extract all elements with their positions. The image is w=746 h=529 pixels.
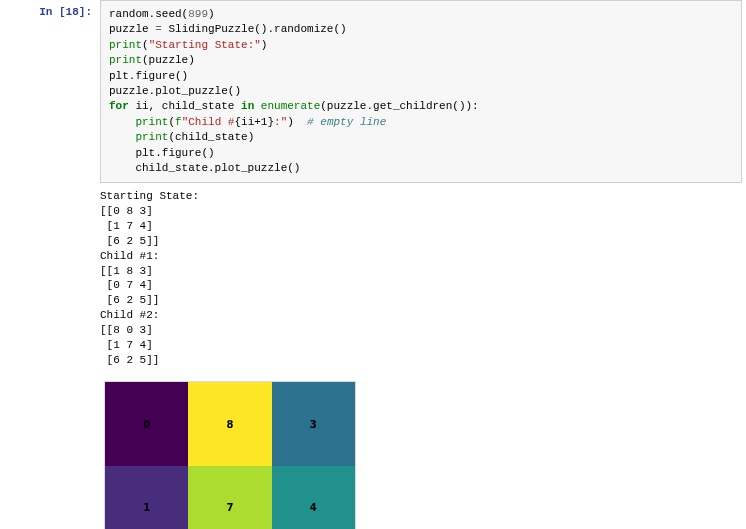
code-token: (: [142, 39, 149, 51]
stdout-output: Starting State: [[0 8 3] [1 7 4] [6 2 5]…: [100, 183, 746, 371]
code-token: ): [261, 39, 268, 51]
code-line: plt.figure(): [109, 146, 733, 161]
in-prompt: In [18]:: [30, 0, 100, 24]
indent: [109, 116, 135, 128]
code-token: =: [155, 23, 162, 35]
code-token: [254, 100, 261, 112]
plot-cell-5: 4: [272, 466, 355, 529]
indent: [109, 162, 135, 174]
code-token: ): [287, 116, 307, 128]
code-token: "Child #: [182, 116, 235, 128]
code-token: :": [274, 116, 287, 128]
code-token: plt.figure(): [109, 70, 188, 82]
plot-cell-1: 8: [188, 382, 271, 465]
indent: [109, 131, 135, 143]
code-token: "Starting State:": [149, 39, 261, 51]
code-token: 899: [188, 8, 208, 20]
code-line: puzzle = SlidingPuzzle().randomize(): [109, 22, 733, 37]
matplotlib-output: 0 8 3 1 7 4 6 2 5: [104, 381, 746, 529]
plot-cell-4: 7: [188, 466, 271, 529]
code-token: child_state.plot_puzzle(): [135, 162, 300, 174]
code-token: {ii+1}: [234, 116, 274, 128]
code-token: ii, child_state: [129, 100, 241, 112]
indent: [109, 147, 135, 159]
code-line: plt.figure(): [109, 69, 733, 84]
code-token: (child_state): [168, 131, 254, 143]
code-token: print: [135, 116, 168, 128]
code-token: f: [175, 116, 182, 128]
code-token: for: [109, 100, 129, 112]
code-token: # empty line: [307, 116, 386, 128]
code-line: random.seed(899): [109, 7, 733, 22]
code-line: print(f"Child #{ii+1}:") # empty line: [109, 115, 733, 130]
code-token: print: [109, 39, 142, 51]
code-token: ): [208, 8, 215, 20]
code-token: random: [109, 8, 149, 20]
code-token: (puzzle): [142, 54, 195, 66]
code-token: puzzle.plot_puzzle(): [109, 85, 241, 97]
code-token: .seed(: [149, 8, 189, 20]
code-cell: In [18]: random.seed(899) puzzle = Slidi…: [30, 0, 746, 183]
plot-cell-2: 3: [272, 382, 355, 465]
plot-cell-3: 1: [105, 466, 188, 529]
code-input-area[interactable]: random.seed(899) puzzle = SlidingPuzzle(…: [100, 0, 742, 183]
code-token: print: [109, 54, 142, 66]
code-line: print("Starting State:"): [109, 38, 733, 53]
code-token: print: [135, 131, 168, 143]
code-token: plt.figure(): [135, 147, 214, 159]
code-token: (puzzle.get_children()):: [320, 100, 478, 112]
code-token: enumerate: [261, 100, 320, 112]
puzzle-plot: 0 8 3 1 7 4 6 2 5: [104, 381, 356, 529]
code-line: print(child_state): [109, 130, 733, 145]
code-token: SlidingPuzzle().randomize(): [162, 23, 347, 35]
plot-cell-0: 0: [105, 382, 188, 465]
code-token: in: [241, 100, 254, 112]
code-line: child_state.plot_puzzle(): [109, 161, 733, 176]
code-line: print(puzzle): [109, 53, 733, 68]
code-token: puzzle: [109, 23, 155, 35]
code-line: for ii, child_state in enumerate(puzzle.…: [109, 99, 733, 114]
code-line: puzzle.plot_puzzle(): [109, 84, 733, 99]
